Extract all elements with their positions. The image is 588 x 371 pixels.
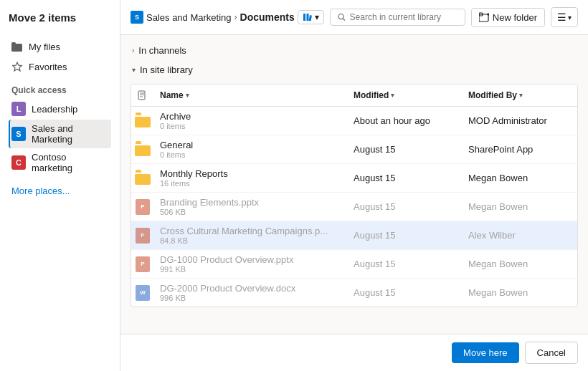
in-channels-section-header[interactable]: › In channels — [131, 41, 578, 60]
table-header: Name ▾ Modified ▾ Modified By ▾ — [131, 85, 577, 107]
archive-modified: About an hour ago — [348, 115, 463, 126]
cross-cultural-modified-by: Alex Wilber — [463, 230, 577, 241]
leadership-label: Leadership — [32, 104, 77, 115]
monthly-reports-sub: 16 items — [160, 179, 342, 188]
breadcrumb-site[interactable]: S Sales and Marketing — [131, 11, 232, 24]
dg1000-icon-cell: P — [131, 256, 154, 272]
content-area: › In channels ▾ In site library Name ▾ M… — [120, 35, 588, 334]
sidebar-item-sales-marketing[interactable]: S Sales and Marketing — [9, 120, 111, 148]
cross-cultural-sub: 84.8 KB — [160, 236, 342, 245]
dg2000-sub: 996 KB — [160, 294, 342, 302]
svg-line-7 — [343, 19, 345, 21]
new-folder-icon — [479, 12, 489, 22]
general-name: General — [160, 140, 342, 150]
bottom-bar: Move here Cancel — [120, 334, 588, 371]
in-site-library-label: In site library — [140, 64, 193, 75]
search-box[interactable] — [330, 9, 465, 26]
dg1000-modified: August 15 — [348, 259, 463, 269]
branding-name: Branding Elements.pptx — [160, 197, 342, 208]
file-table: Name ▾ Modified ▾ Modified By ▾ — [131, 84, 578, 307]
search-input[interactable] — [350, 12, 457, 22]
svg-rect-1 — [11, 42, 16, 45]
new-folder-label: New folder — [493, 12, 537, 23]
dg1000-modified-by: Megan Bowen — [463, 259, 577, 269]
branding-sub: 506 KB — [160, 208, 342, 216]
branding-name-cell: Branding Elements.pptx 506 KB — [154, 197, 348, 216]
archive-name: Archive — [160, 111, 342, 122]
menu-button[interactable]: ☰ ▾ — [551, 7, 578, 27]
top-bar: S Sales and Marketing › Documents ▾ New … — [120, 0, 588, 35]
monthly-reports-name: Monthly Reports — [160, 168, 342, 179]
sidebar-item-contoso-marketing[interactable]: C Contoso marketing — [9, 148, 111, 177]
svg-rect-5 — [308, 15, 311, 21]
name-col-label: Name — [160, 90, 184, 100]
dg2000-icon-cell: W — [131, 285, 154, 301]
contoso-marketing-label: Contoso marketing — [32, 152, 108, 173]
new-folder-button[interactable]: New folder — [471, 8, 545, 27]
archive-name-cell: Archive 0 items — [154, 111, 348, 130]
archive-icon-cell — [131, 115, 154, 127]
search-icon — [338, 13, 346, 21]
docx-icon: W — [136, 285, 150, 301]
breadcrumb-library-btn[interactable]: ▾ — [298, 10, 324, 24]
table-row[interactable]: Archive 0 items About an hour ago MOD Ad… — [131, 107, 577, 135]
table-row: P Branding Elements.pptx 506 KB August 1… — [131, 193, 577, 221]
site-breadcrumb-icon: S — [131, 11, 143, 24]
archive-sub: 0 items — [160, 122, 342, 130]
folder-icon — [11, 41, 23, 52]
dg2000-name-cell: DG-2000 Product Overview.docx 996 KB — [154, 283, 348, 302]
svg-marker-2 — [13, 62, 22, 71]
table-row[interactable]: General 0 items August 15 SharePoint App — [131, 135, 577, 164]
breadcrumb-current-folder: Documents — [240, 11, 295, 23]
chevron-down-icon: ▾ — [315, 12, 319, 22]
library-icon — [303, 12, 313, 22]
general-sub: 0 items — [160, 150, 342, 159]
monthly-reports-modified: August 15 — [348, 173, 463, 183]
in-site-library-section-header[interactable]: ▾ In site library — [131, 60, 578, 80]
more-places-link[interactable]: More places... — [9, 183, 111, 199]
dg1000-name: DG-1000 Product Overview.pptx — [160, 254, 342, 265]
in-channels-chevron: › — [132, 47, 134, 54]
table-row: W DG-2000 Product Overview.docx 996 KB A… — [131, 279, 577, 307]
sales-marketing-label: Sales and Marketing — [32, 123, 108, 145]
dg2000-modified: August 15 — [348, 287, 463, 298]
archive-modified-by: MOD Administrator — [463, 115, 577, 126]
branding-modified: August 15 — [348, 201, 463, 212]
cross-cultural-name-cell: Cross Cultural Marketing Campaigns.p... … — [154, 226, 348, 245]
col-header-icon — [131, 90, 154, 100]
my-files-label: My files — [29, 42, 60, 52]
modified-sort-icon: ▾ — [391, 92, 394, 99]
table-row: P DG-1000 Product Overview.pptx 991 KB A… — [131, 250, 577, 279]
in-site-library-chevron: ▾ — [132, 66, 136, 74]
sidebar-item-leadership[interactable]: L Leadership — [9, 98, 111, 120]
file-col-icon — [137, 90, 147, 100]
branding-icon-cell: P — [131, 199, 154, 215]
cancel-button[interactable]: Cancel — [525, 342, 578, 364]
table-row: P Cross Cultural Marketing Campaigns.p..… — [131, 221, 577, 250]
nav-favorites[interactable]: Favorites — [9, 57, 111, 77]
general-modified-by: SharePoint App — [463, 144, 577, 155]
col-header-modified[interactable]: Modified ▾ — [348, 90, 463, 100]
col-header-modified-by[interactable]: Modified By ▾ — [463, 90, 577, 100]
cross-cultural-name: Cross Cultural Marketing Campaigns.p... — [160, 226, 342, 236]
svg-rect-4 — [306, 14, 308, 21]
move-here-button[interactable]: Move here — [452, 342, 518, 363]
table-row[interactable]: Monthly Reports 16 items August 15 Megan… — [131, 164, 577, 193]
monthly-reports-icon-cell — [131, 172, 154, 185]
general-icon-cell — [131, 143, 154, 156]
general-name-cell: General 0 items — [154, 140, 348, 159]
modified-col-label: Modified — [354, 90, 389, 100]
col-header-name[interactable]: Name ▾ — [154, 90, 348, 100]
favorites-label: Favorites — [29, 62, 67, 72]
in-channels-label: In channels — [138, 45, 186, 56]
monthly-reports-modified-by: Megan Bowen — [463, 173, 577, 183]
general-modified: August 15 — [348, 144, 463, 155]
cross-cultural-icon-cell: P — [131, 228, 154, 244]
nav-my-files[interactable]: My files — [9, 37, 111, 57]
svg-point-6 — [338, 14, 343, 19]
contoso-marketing-site-icon: C — [11, 155, 26, 170]
star-icon — [11, 61, 23, 72]
dg1000-sub: 991 KB — [160, 265, 342, 274]
folder-icon — [135, 172, 151, 185]
folder-icon — [135, 115, 151, 127]
